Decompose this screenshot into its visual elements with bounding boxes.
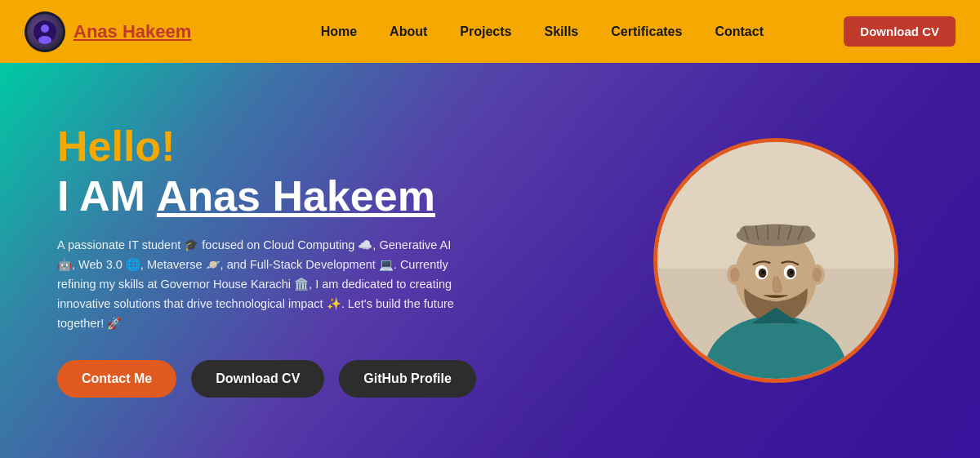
- navbar: Anas Hakeem Home About Projects Skills C…: [0, 0, 980, 63]
- svg-point-1: [41, 24, 49, 33]
- nav-logo: [24, 11, 65, 52]
- hero-description: A passionate IT student 🎓 focused on Clo…: [57, 236, 466, 334]
- svg-point-24: [730, 268, 740, 282]
- hero-name-text: Anas Hakeem: [157, 173, 435, 220]
- nav-download-cv-button[interactable]: Download CV: [844, 16, 956, 47]
- nav-link-skills[interactable]: Skills: [544, 24, 578, 39]
- hero-iam-line: I AM Anas Hakeem: [57, 173, 476, 220]
- nav-link-contact[interactable]: Contact: [715, 24, 764, 39]
- nav-links: Home About Projects Skills Certificates …: [240, 24, 844, 39]
- contact-me-button[interactable]: Contact Me: [57, 360, 176, 398]
- download-cv-button[interactable]: Download CV: [191, 360, 324, 398]
- svg-point-21: [790, 271, 793, 274]
- hero-hello-text: Hello!: [57, 123, 476, 170]
- svg-point-25: [812, 268, 822, 282]
- svg-point-2: [38, 36, 51, 44]
- github-profile-button[interactable]: GitHub Profile: [339, 360, 476, 398]
- hero-profile-image: [653, 138, 898, 383]
- hero-iam-text: I AM: [57, 173, 145, 220]
- nav-link-projects[interactable]: Projects: [460, 24, 511, 39]
- nav-link-certificates[interactable]: Certificates: [611, 24, 682, 39]
- nav-link-home[interactable]: Home: [321, 24, 357, 39]
- hero-section: Hello! I AM Anas Hakeem A passionate IT …: [0, 63, 980, 458]
- nav-brand[interactable]: Anas Hakeem: [24, 11, 191, 52]
- hero-content: Hello! I AM Anas Hakeem A passionate IT …: [57, 123, 476, 398]
- nav-brand-name: Anas Hakeem: [74, 21, 191, 42]
- hero-profile-image-wrapper: [653, 138, 898, 383]
- svg-point-20: [762, 271, 765, 274]
- nav-link-about[interactable]: About: [390, 24, 427, 39]
- hero-buttons: Contact Me Download CV GitHub Profile: [57, 360, 476, 398]
- profile-photo-svg: [657, 142, 894, 379]
- nav-logo-icon: [27, 14, 63, 50]
